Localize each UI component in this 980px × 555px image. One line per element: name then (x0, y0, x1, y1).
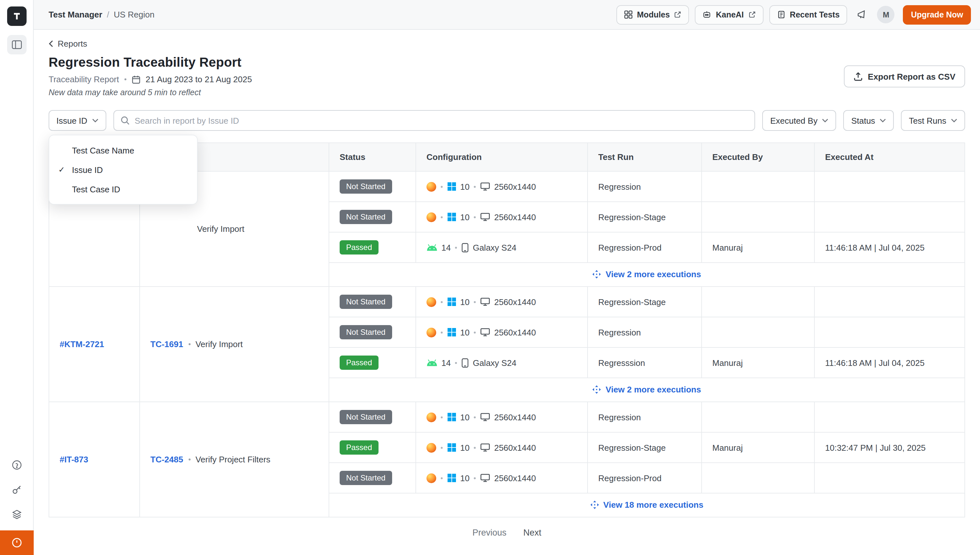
configuration: 14Galaxy S24 (426, 242, 577, 252)
avatar[interactable]: M (877, 6, 895, 23)
panel-toggle-button[interactable] (7, 35, 26, 55)
config-text: 10 (460, 212, 470, 222)
menu-item-test-case-id[interactable]: Test Case ID (49, 180, 197, 199)
windows-icon (447, 412, 456, 422)
calendar-icon (131, 75, 140, 84)
breadcrumb: Test Manager / US Region (48, 10, 154, 19)
executed-by-cell (702, 202, 814, 232)
external-link-icon (748, 11, 755, 18)
executed-by-filter[interactable]: Executed By (763, 110, 837, 131)
issue-id-link[interactable]: #KTM-2721 (60, 339, 104, 349)
status-filter[interactable]: Status (843, 110, 894, 131)
test-case-id-link[interactable]: TC-1691 (150, 339, 183, 349)
status-badge: Not Started (340, 471, 392, 485)
status-cell: Passed (329, 232, 416, 263)
separator-dot (188, 459, 190, 460)
executed-by-cell (702, 463, 814, 493)
executed-at-cell: 10:32:47 PM | Jul 30, 2025 (814, 432, 965, 463)
separator-dot (474, 331, 476, 333)
megaphone-icon (857, 10, 867, 19)
separator-dot (474, 216, 476, 218)
test-case: Verify Import (150, 224, 318, 234)
export-csv-button[interactable]: Export Report as CSV (844, 66, 965, 87)
status-cell: Not Started (329, 202, 416, 232)
menu-item-issue-id[interactable]: ✓Issue ID (49, 160, 197, 180)
test-case-name: Verify Import (195, 339, 243, 349)
test-run-cell: Regression (587, 402, 702, 432)
windows-icon (447, 212, 456, 221)
menu-item-label: Test Case Name (72, 145, 134, 155)
test-case-id-link[interactable]: TC-2485 (150, 455, 183, 464)
android-icon (426, 244, 438, 251)
test-run-cell: Regression (587, 317, 702, 347)
configuration-cell: 102560x1440 (416, 202, 587, 232)
configuration-cell: 14Galaxy S24 (416, 232, 587, 263)
configuration-cell: 102560x1440 (416, 463, 587, 493)
test-case-cell: TC-1691Verify Import (140, 287, 329, 402)
recent-tests-button[interactable]: Recent Tests (769, 5, 848, 24)
next-page-button[interactable]: Next (523, 528, 542, 537)
app-logo[interactable] (7, 6, 26, 26)
executed-at-cell: 11:46:18 AM | Jul 04, 2025 (814, 232, 965, 263)
chevron-down-icon (822, 119, 829, 122)
previous-page-button[interactable]: Previous (473, 528, 507, 537)
view-more-executions-link[interactable]: View 2 more executions (593, 269, 701, 279)
pagination: Previous Next (48, 528, 965, 537)
main-area: Test Manager / US Region Modules KaneAI (34, 0, 980, 555)
monitor-icon (481, 412, 490, 422)
firefox-icon (426, 443, 436, 452)
configuration-cell: 102560x1440 (416, 287, 587, 317)
view-more-cell: View 2 more executions (329, 378, 965, 402)
status-badge: Not Started (340, 295, 392, 309)
firefox-icon (426, 212, 436, 222)
firefox-icon (426, 297, 436, 306)
config-text: Galaxy S24 (473, 358, 516, 367)
view-more-executions-link[interactable]: View 2 more executions (593, 384, 701, 394)
menu-item-test-case-name[interactable]: Test Case Name (49, 141, 197, 160)
recent-tests-label: Recent Tests (790, 10, 840, 19)
test-case: TC-1691Verify Import (150, 339, 318, 349)
kaneai-icon (703, 10, 711, 19)
test-run-cell: Regression (587, 171, 702, 202)
execution-row: #KTM-2721TC-1691Verify ImportNot Started… (49, 287, 965, 317)
product-switcher-button[interactable] (0, 530, 34, 555)
breadcrumb-app[interactable]: Test Manager (48, 10, 102, 19)
upgrade-now-button[interactable]: Upgrade Now (903, 5, 971, 24)
monitor-icon (481, 297, 490, 306)
column-header-at: Executed At (814, 143, 965, 171)
announcements-button[interactable] (853, 7, 871, 22)
layers-icon[interactable] (11, 508, 23, 520)
help-icon[interactable] (11, 459, 23, 471)
kaneai-button[interactable]: KaneAI (695, 5, 763, 24)
config-text: 10 (460, 327, 470, 337)
menu-item-label: Test Case ID (72, 184, 120, 194)
chevron-down-icon (880, 119, 886, 122)
status-badge: Not Started (340, 210, 392, 224)
view-more-executions-link[interactable]: View 18 more executions (591, 500, 703, 509)
config-text: 2560x1440 (494, 297, 536, 306)
config-text: 10 (460, 443, 470, 452)
breadcrumb-region[interactable]: US Region (114, 10, 154, 19)
search-by-dropdown[interactable]: Issue ID (48, 110, 106, 131)
breadcrumb-separator: / (107, 10, 109, 19)
configuration-cell: 102560x1440 (416, 317, 587, 347)
configuration: 102560x1440 (426, 412, 577, 422)
report-meta: Traceability Report 21 Aug 2023 to 21 Au… (48, 74, 252, 84)
test-runs-filter[interactable]: Test Runs (901, 110, 965, 131)
search-input[interactable] (135, 115, 748, 125)
separator-dot (455, 246, 457, 249)
issue-id-link[interactable]: #IT-873 (60, 455, 88, 464)
config-text: 10 (460, 473, 470, 483)
modules-label: Modules (637, 10, 670, 19)
key-icon[interactable] (11, 484, 23, 496)
back-to-reports-link[interactable]: Reports (48, 39, 87, 48)
config-text: Galaxy S24 (473, 242, 516, 252)
separator-dot (441, 416, 443, 418)
check-icon: ✓ (57, 165, 66, 174)
search-box (113, 110, 755, 131)
test-run-cell: Regression-Stage (587, 432, 702, 463)
status-cell: Passed (329, 432, 416, 463)
status-filter-label: Status (851, 115, 875, 125)
expand-icon (593, 270, 601, 278)
modules-button[interactable]: Modules (616, 5, 689, 24)
